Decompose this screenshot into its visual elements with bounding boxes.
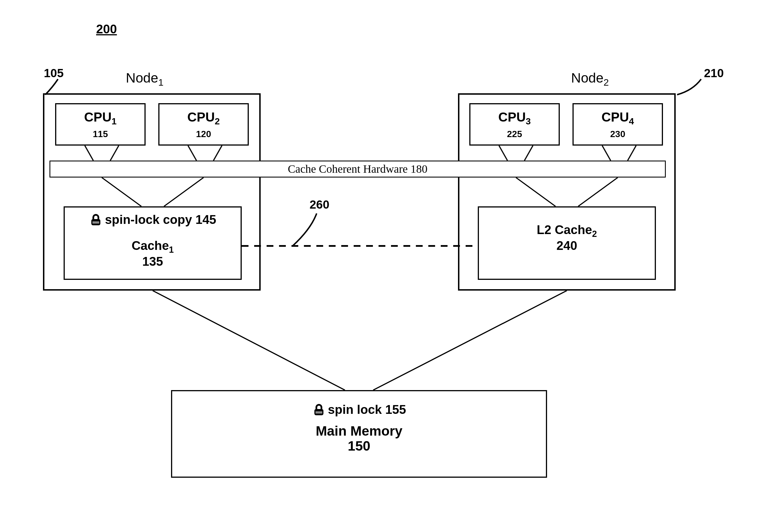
- spin-lock-copy-label: spin-lock copy 145: [89, 213, 216, 227]
- node1-title: Node1: [126, 70, 163, 88]
- cpu2-label: CPU2: [159, 109, 248, 127]
- svg-line-17: [153, 291, 345, 390]
- cpu1-label: CPU1: [56, 109, 144, 127]
- lock-icon: [312, 403, 326, 416]
- cache2-name: L2 Cache2: [479, 223, 655, 239]
- lock-icon: [89, 213, 103, 226]
- main-memory-box: spin lock 155 Main Memory 150: [171, 390, 547, 478]
- svg-line-18: [373, 291, 567, 390]
- node2-title: Node2: [571, 70, 609, 88]
- cache2-ref: 240: [479, 239, 655, 252]
- figure-number: 200: [96, 22, 117, 36]
- diagram-canvas: 200 105 210 260 Node1 Node2 CPU1 115 CPU…: [0, 0, 767, 532]
- cpu1-ref: 115: [56, 129, 144, 139]
- cache1-name: Cache1: [65, 239, 241, 255]
- main-memory-name: Main Memory: [172, 424, 546, 439]
- callout-node2: 210: [704, 66, 724, 80]
- cache2-box: L2 Cache2 240: [478, 206, 656, 280]
- cpu3-ref: 225: [470, 129, 559, 139]
- spin-lock-label: spin lock 155: [312, 403, 406, 417]
- callout-node1: 105: [44, 66, 64, 80]
- cache1-box: spin-lock copy 145 Cache1 135: [64, 206, 242, 280]
- cpu1-box: CPU1 115: [55, 103, 146, 146]
- cache-coherent-bar: Cache Coherent Hardware 180: [49, 161, 666, 178]
- cpu4-ref: 230: [574, 129, 662, 139]
- cpu2-ref: 120: [159, 129, 248, 139]
- main-memory-ref: 150: [172, 439, 546, 454]
- cpu2-box: CPU2 120: [158, 103, 249, 146]
- cpu3-label: CPU3: [470, 109, 559, 127]
- svg-rect-1: [92, 221, 99, 224]
- cache1-ref: 135: [65, 255, 241, 268]
- cpu4-label: CPU4: [574, 109, 662, 127]
- cpu4-box: CPU4 230: [572, 103, 663, 146]
- cpu3-box: CPU3 225: [469, 103, 560, 146]
- svg-rect-3: [316, 411, 322, 414]
- callout-dashed: 260: [310, 198, 329, 211]
